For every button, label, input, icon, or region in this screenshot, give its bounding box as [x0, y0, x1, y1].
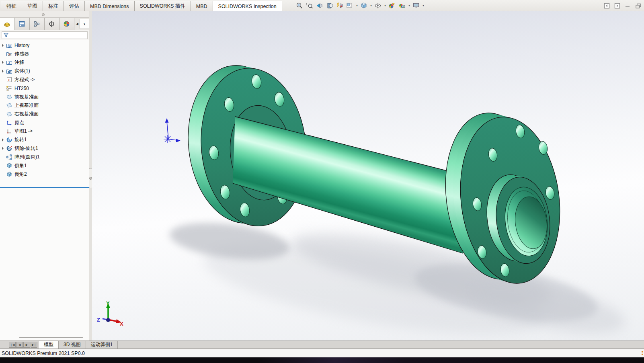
revolve-icon: [6, 137, 13, 143]
tree-item-right-plane[interactable]: 右视基准面: [0, 110, 89, 118]
view-orientation-glyph: [346, 2, 353, 9]
minimize-glyph: [625, 3, 631, 9]
dynamic-annotation-views-icon[interactable]: A: [336, 1, 344, 10]
appearance-ball-glyph: [388, 2, 396, 9]
expand-arrow-icon[interactable]: [0, 70, 6, 73]
edit-appearance-icon[interactable]: [388, 1, 396, 10]
panel-top-splitter[interactable]: [0, 11, 89, 18]
model-3d-view[interactable]: Y X Z: [92, 11, 644, 340]
panel-horizontal-scrollbar[interactable]: [19, 337, 83, 338]
display-style-icon[interactable]: [360, 1, 368, 10]
sketch-icon: [6, 128, 13, 135]
hide-show-items-caret[interactable]: ▾: [384, 4, 386, 7]
tab-annotation[interactable]: 标注: [43, 1, 64, 11]
displaymanager-icon: [63, 21, 70, 27]
solid-bodies-folder-icon: [6, 68, 13, 74]
tree-item-equations[interactable]: Σ 方程式 ->: [0, 76, 89, 84]
tree-item-label: 切除-旋转1: [14, 145, 38, 152]
tree-item-label: 方程式 ->: [14, 76, 35, 83]
tree-item-front-plane[interactable]: 前视基准面: [0, 92, 89, 101]
tree-filter-input[interactable]: [2, 31, 88, 39]
rollback-bar[interactable]: [0, 187, 89, 188]
tree-item-chamfer1[interactable]: 倒角1: [0, 161, 89, 170]
tree-item-sketch1[interactable]: 草图1 ->: [0, 127, 89, 135]
svg-text:A: A: [340, 5, 342, 8]
tab-solidworks-inspection[interactable]: SOLIDWORKS Inspection: [213, 1, 282, 11]
zoom-to-fit-icon[interactable]: [295, 1, 304, 10]
display-style-caret[interactable]: ▾: [370, 4, 372, 7]
tree-item-origin[interactable]: 原点: [0, 119, 89, 127]
collapse-right-glyph: [614, 3, 620, 9]
hide-show-items-icon[interactable]: [374, 1, 382, 10]
cut-revolve-icon: [6, 145, 13, 152]
scroll-right-icon[interactable]: ›: [80, 19, 89, 29]
previous-view-glyph: [316, 2, 323, 9]
tab-solidworks-addins[interactable]: SOLIDWORKS 插件: [134, 1, 191, 11]
collapse-left-pane-icon[interactable]: [604, 3, 610, 9]
tree-item-label: 旋转1: [14, 136, 27, 143]
tab-label: SOLIDWORKS Inspection: [218, 4, 277, 9]
triad-y-label: Y: [106, 300, 110, 306]
apply-scene-icon[interactable]: [398, 1, 406, 10]
tree-item-chamfer2[interactable]: 倒角2: [0, 170, 89, 178]
view-orientation-caret[interactable]: ▾: [356, 4, 358, 7]
view-orientation-icon[interactable]: [346, 1, 354, 10]
minimize-icon[interactable]: [625, 3, 631, 9]
tree-item-history[interactable]: History: [0, 41, 89, 49]
apply-scene-caret[interactable]: ▾: [408, 4, 410, 7]
tree-item-sensors[interactable]: 传感器: [0, 49, 89, 58]
zoom-to-area-glyph: [306, 2, 313, 9]
section-view-icon[interactable]: [326, 1, 334, 10]
restore-icon[interactable]: [635, 3, 642, 9]
tab-configurationmanager[interactable]: [30, 18, 45, 30]
last-tab-button[interactable]: ▶❘: [31, 342, 37, 348]
tab-evaluate[interactable]: 评估: [64, 1, 85, 11]
tab-sketch[interactable]: 草图: [22, 1, 43, 11]
eye-glyph: [374, 2, 381, 9]
tab-displaymanager[interactable]: [59, 18, 74, 30]
tree-item-circular-pattern1[interactable]: 阵列(圆周)1: [0, 153, 89, 161]
tree-item-label: 阵列(圆周)1: [14, 154, 40, 160]
tree-item-cut-revolve1[interactable]: 切除-旋转1: [0, 144, 89, 153]
tab-mbd-dimensions[interactable]: MBD Dimensions: [84, 1, 135, 11]
tab-label: 标注: [48, 3, 58, 10]
first-tab-button[interactable]: ❘◀: [9, 342, 16, 348]
tab-mbd[interactable]: MBD: [191, 1, 213, 11]
expand-arrow-icon[interactable]: [0, 44, 6, 47]
tree-item-annotations[interactable]: A 注解: [0, 58, 89, 67]
previous-tab-button[interactable]: ◀: [16, 342, 23, 348]
tab-dimxpertmanager[interactable]: [45, 18, 59, 30]
manager-tab-scroll: ◀ ›: [74, 18, 89, 30]
tab-label: 运动算例1: [91, 341, 113, 348]
tab-features[interactable]: 特征: [1, 1, 22, 11]
tab-motion-study1[interactable]: 运动算例1: [86, 341, 118, 349]
tab-propertymanager[interactable]: [15, 18, 30, 30]
tab-model[interactable]: 模型: [39, 341, 59, 349]
view-settings-icon[interactable]: [412, 1, 420, 10]
next-tab-button[interactable]: ▶: [23, 342, 30, 348]
expand-arrow-icon[interactable]: [0, 147, 6, 150]
view-settings-caret[interactable]: ▾: [422, 4, 424, 7]
collapse-right-pane-icon[interactable]: [614, 3, 620, 9]
tab-label: MBD Dimensions: [90, 4, 129, 9]
tree-item-solid-bodies[interactable]: 实体(1): [0, 67, 89, 75]
status-text: SOLIDWORKS Premium 2021 SP0.0: [2, 351, 85, 356]
tree-item-revolve1[interactable]: 旋转1: [0, 135, 89, 144]
tree-item-material[interactable]: HT250: [0, 84, 89, 92]
expand-arrow-icon[interactable]: [0, 138, 6, 142]
tree-item-label: History: [14, 43, 29, 48]
tree-item-label: HT250: [14, 86, 29, 91]
tab-3d-views[interactable]: 3D 视图: [59, 341, 86, 349]
scene-ball-glyph: [398, 2, 406, 9]
previous-view-icon[interactable]: [316, 1, 324, 10]
heads-up-view-toolbar: A ▾ ▾: [295, 0, 424, 11]
tree-item-top-plane[interactable]: 上视基准面: [0, 101, 89, 110]
panel-splitter[interactable]: [89, 11, 92, 340]
expand-arrow-icon[interactable]: [0, 61, 6, 64]
filter-funnel-icon: [3, 32, 9, 38]
zoom-to-area-icon[interactable]: [306, 1, 314, 10]
graphics-area[interactable]: Y X Z: [92, 11, 644, 340]
scroll-left-icon[interactable]: ◀: [76, 22, 78, 26]
triad-x-label: X: [120, 321, 123, 327]
tab-featuremanager-design-tree[interactable]: [0, 18, 15, 30]
